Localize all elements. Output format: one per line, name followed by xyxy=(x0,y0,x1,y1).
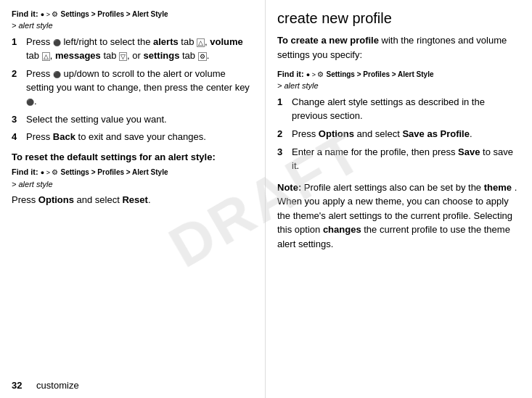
step-content-4-left: Press Back to exit and save your changes… xyxy=(26,130,253,144)
find-it-label-right: Find it: xyxy=(277,70,304,78)
find-it-header-right: Find it: ● > ⚙ Settings > Profiles > Ale… xyxy=(277,69,520,80)
find-it-header-left2: Find it: ● > ⚙ Settings > Profiles > Ale… xyxy=(12,167,253,178)
settings-icon-left2: ⚙ xyxy=(52,168,58,176)
reset-heading: To reset the default settings for an ale… xyxy=(12,152,253,162)
settings-icon-right: ⚙ xyxy=(317,70,324,78)
alert-style-left: > alert style xyxy=(12,21,253,30)
step-number-1-right: 1 xyxy=(277,96,292,123)
settings-icon-left: ⚙ xyxy=(52,10,58,18)
alert-style-right: > alert style xyxy=(277,81,520,90)
step-content-2-left: Press ⚫ up/down to scroll to the alert o… xyxy=(26,67,253,109)
step-number-1-left: 1 xyxy=(12,36,26,63)
step-3-left: 3 Select the setting value you want. xyxy=(12,113,253,127)
intro-text: To create a new profile with the rington… xyxy=(277,33,520,62)
step-number-4-left: 4 xyxy=(12,130,26,144)
step-content-1-right: Change alert style settings as described… xyxy=(292,96,520,123)
note-block: Note: Profile alert settings also can be… xyxy=(277,181,520,252)
page-label: customize xyxy=(36,380,79,391)
find-it-header-left: Find it: ● > ⚙ Settings > Profiles > Ale… xyxy=(12,9,253,20)
steps-list-left: 1 Press ⚫ left/right to select the alert… xyxy=(12,36,253,144)
intro-bold: To create a new profile xyxy=(277,35,379,46)
find-it-label-left2: Find it: xyxy=(12,167,38,176)
step-2-left: 2 Press ⚫ up/down to scroll to the alert… xyxy=(12,67,253,109)
step-content-2-right: Press Options and select Save as Profile… xyxy=(292,128,520,141)
step-number-3-left: 3 xyxy=(12,113,26,127)
nav-dot-right: ● > xyxy=(306,71,318,78)
note-theme: theme xyxy=(484,182,512,193)
section-title: create new profile xyxy=(277,9,520,28)
step-1-left: 1 Press ⚫ left/right to select the alert… xyxy=(12,36,253,63)
step-number-2-left: 2 xyxy=(12,67,26,109)
left-column: Find it: ● > ⚙ Settings > Profiles > Ale… xyxy=(0,0,266,398)
page-footer: 32 customize xyxy=(12,380,79,391)
note-changes: changes xyxy=(323,224,361,235)
note-label: Note: xyxy=(277,182,301,193)
alert-style-left2: > alert style xyxy=(12,180,253,188)
step-number-3-right: 3 xyxy=(277,146,292,173)
note-text: Profile alert settings also can be set b… xyxy=(304,182,484,193)
nav-path-left: Settings > Profiles > Alert Style xyxy=(60,10,168,18)
step-4-left: 4 Press Back to exit and save your chang… xyxy=(12,130,253,144)
step-content-1-left: Press ⚫ left/right to select the alerts … xyxy=(26,36,253,63)
nav-path-right: Settings > Profiles > Alert Style xyxy=(326,70,433,78)
page-number: 32 xyxy=(12,380,22,391)
reset-instruction: Press Options and select Reset. xyxy=(12,194,253,205)
step-2-right: 2 Press Options and select Save as Profi… xyxy=(277,128,520,141)
step-number-2-right: 2 xyxy=(277,128,292,141)
nav-dot-left: ● > xyxy=(41,11,52,18)
step-3-right: 3 Enter a name for the profile, then pre… xyxy=(277,146,520,173)
find-it-label-left: Find it: xyxy=(12,9,38,18)
right-column: create new profile To create a new profi… xyxy=(266,0,532,398)
nav-path-left2: Settings > Profiles > Alert Style xyxy=(60,168,168,176)
nav-dot-left2: ● > xyxy=(41,169,52,176)
step-1-right: 1 Change alert style settings as describ… xyxy=(277,96,520,123)
steps-list-right: 1 Change alert style settings as describ… xyxy=(277,96,520,173)
step-content-3-right: Enter a name for the profile, then press… xyxy=(292,146,520,173)
step-content-3-left: Select the setting value you want. xyxy=(26,113,253,127)
